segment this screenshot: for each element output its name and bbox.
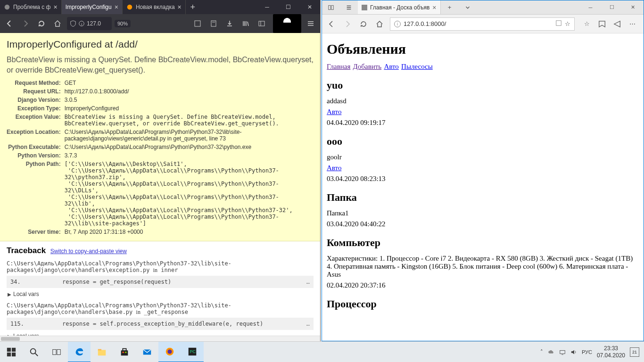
menu-button[interactable] [304, 17, 317, 30]
download-icon[interactable] [223, 17, 236, 30]
browser-tab[interactable]: Проблема с ф × [0, 0, 62, 14]
browser-tab[interactable]: Новая вкладка × [123, 0, 186, 14]
shield-icon [70, 20, 76, 27]
taskbar-app-mail[interactable] [136, 342, 158, 362]
reader-icon[interactable] [207, 17, 220, 30]
start-button[interactable] [0, 342, 23, 362]
close-window-button[interactable]: ✕ [299, 0, 320, 14]
taskbar-app-explorer[interactable] [91, 342, 113, 362]
back-button[interactable] [326, 18, 337, 30]
nav-link[interactable]: Главная [327, 63, 350, 70]
url-bar[interactable]: i 127.0 [67, 17, 112, 30]
svg-rect-20 [98, 350, 106, 355]
reload-button[interactable] [358, 18, 369, 30]
triangle-right-icon: ▶ [8, 292, 11, 297]
tray-chevron-up-icon[interactable]: ˄ [540, 349, 543, 355]
sidebar-icon[interactable] [255, 17, 268, 30]
post-category-link[interactable]: Авто [327, 164, 341, 172]
search-button[interactable] [23, 342, 45, 362]
svg-text:i: i [81, 22, 82, 26]
forward-button[interactable] [342, 18, 353, 30]
back-button[interactable] [3, 17, 16, 30]
action-center-icon[interactable]: 21 [630, 347, 639, 357]
tabs-aside-button[interactable] [322, 0, 340, 14]
tracking-icon[interactable] [191, 17, 204, 30]
traceback-code-line[interactable]: 115. response = self.process_exception_b… [7, 318, 314, 330]
nav-link[interactable]: Добавить [353, 63, 382, 70]
time: 23:33 [597, 345, 625, 352]
svg-point-28 [167, 349, 172, 354]
meta-key: Django Version: [7, 96, 65, 104]
zoom-indicator[interactable]: 90% [115, 20, 131, 27]
meta-value: C:\Users\Адиль\AppData\Local\Programs\Py… [65, 143, 296, 151]
svg-rect-15 [12, 352, 16, 356]
svg-rect-11 [556, 21, 561, 26]
taskbar-app-firefox[interactable] [158, 342, 181, 362]
toolbar-actions: ☆ ⋯ [579, 19, 640, 29]
taskbar-app-store[interactable] [113, 342, 136, 362]
url-text: 127.0.0.1:8000/ [404, 20, 446, 27]
error-message: BbCreateView is missing a QuerySet. Defi… [7, 55, 314, 75]
close-icon[interactable]: × [53, 3, 57, 11]
post-date: 03.04.2020 08:23:13 [327, 175, 639, 183]
svg-text:PC: PC [190, 349, 196, 354]
meta-key: Python Executable: [7, 143, 65, 151]
meta-key: Exception Location: [7, 128, 65, 143]
favorite-star-icon[interactable]: ☆ [565, 20, 570, 27]
chevron-down-icon[interactable] [459, 0, 477, 14]
reload-button[interactable] [35, 17, 48, 30]
reading-list-icon[interactable] [597, 19, 607, 29]
switch-view-link[interactable]: Switch to copy-and-paste view [50, 248, 127, 255]
library-icon[interactable] [239, 17, 252, 30]
local-vars-toggle[interactable]: ▶Local vars [7, 288, 314, 297]
home-button[interactable] [51, 17, 64, 30]
network-icon[interactable] [559, 349, 566, 355]
taskbar-app-pycharm[interactable]: PC [181, 342, 204, 362]
close-icon[interactable]: × [178, 3, 182, 11]
reader-mode-icon[interactable] [555, 20, 562, 28]
svg-rect-14 [7, 352, 11, 356]
share-icon[interactable] [612, 19, 622, 29]
nav-link[interactable]: Пылесосы [401, 63, 433, 70]
post-category-link[interactable]: Авто [327, 108, 341, 115]
onedrive-icon[interactable] [548, 349, 554, 355]
browser-tab-active[interactable]: ImproperlyConfigu × [62, 0, 123, 14]
maximize-button[interactable]: ☐ [278, 0, 299, 14]
home-button[interactable] [374, 18, 385, 30]
browser-tab-active[interactable]: Главная - Доска объяв × [358, 0, 441, 14]
svg-rect-10 [331, 5, 333, 9]
task-view-button[interactable] [45, 342, 68, 362]
firefox-window: Проблема с ф × ImproperlyConfigu × Новая… [0, 0, 321, 341]
clock[interactable]: 23:33 07.04.2020 [597, 345, 625, 359]
django-summary: ImproperlyConfigured at /add/ BbCreateVi… [0, 33, 320, 241]
taskbar-app-edge[interactable] [68, 342, 91, 362]
language-indicator[interactable]: РУС [582, 349, 592, 355]
show-tabs-button[interactable] [340, 0, 358, 14]
horizontal-scrollbar[interactable] [0, 336, 320, 341]
edge-toolbar: i 127.0.0.1:8000/ ☆ ☆ ⋯ [322, 15, 644, 33]
profile-avatar[interactable] [273, 14, 301, 33]
meta-value: ['C:\\Users\\Адиль\\Desktop\\Sait1', 'C:… [65, 160, 296, 228]
tab-label: Главная - Доска объяв [370, 4, 429, 11]
traceback-code-line[interactable]: 34. response = get_response(request) … [7, 276, 314, 288]
settings-menu-icon[interactable]: ⋯ [627, 19, 637, 29]
close-icon[interactable]: × [432, 4, 436, 11]
close-window-button[interactable]: ✕ [622, 0, 644, 14]
volume-icon[interactable] [570, 349, 577, 355]
minimize-button[interactable]: ─ [580, 0, 601, 14]
new-tab-button[interactable]: + [441, 0, 459, 14]
local-vars-toggle[interactable]: ▶Local vars [7, 330, 314, 336]
meta-value: http://127.0.0.1:8000/add/ [65, 87, 296, 96]
svg-point-1 [127, 5, 132, 10]
favorites-icon[interactable]: ☆ [582, 19, 592, 29]
nav-link[interactable]: Авто [384, 63, 398, 70]
page-favicon-icon [362, 5, 367, 10]
scrollbar-thumb[interactable] [1, 337, 20, 341]
url-bar[interactable]: i 127.0.0.1:8000/ ☆ [390, 17, 575, 31]
forward-button[interactable] [19, 17, 32, 30]
favicon-icon [4, 4, 10, 10]
minimize-button[interactable]: ─ [256, 0, 278, 14]
new-tab-button[interactable]: + [186, 0, 200, 14]
close-icon[interactable]: × [115, 3, 118, 11]
maximize-button[interactable]: ☐ [601, 0, 622, 14]
